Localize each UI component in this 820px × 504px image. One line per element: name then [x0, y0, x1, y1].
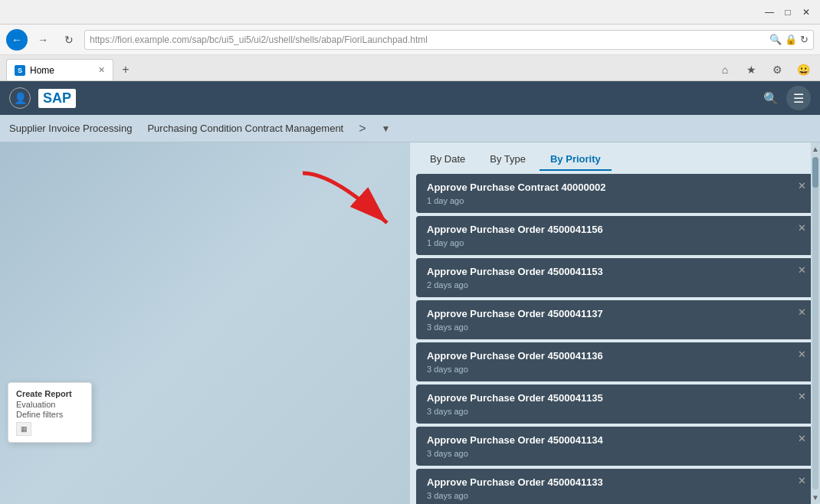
browser-bar: ← → ↻ https://fiori.example.com/sap/bc/u…: [0, 25, 820, 55]
left-area: Create Report Evaluation Define filters …: [0, 142, 410, 504]
task-time-5: 3 days ago: [427, 365, 803, 374]
maximize-button[interactable]: □: [780, 5, 795, 20]
scrollbar-thumb[interactable]: [812, 157, 818, 188]
task-time-6: 3 days ago: [427, 407, 803, 416]
scroll-down-arrow[interactable]: ▼: [809, 491, 820, 504]
task-close-8[interactable]: ✕: [798, 475, 806, 486]
task-title-2: Approve Purchase Order 4500041156: [427, 224, 803, 235]
task-title-7: Approve Purchase Order 4500041134: [427, 434, 803, 446]
address-text: https://fiori.example.com/sap/bc/ui5_ui5…: [90, 34, 766, 45]
search-icon: 🔍: [769, 34, 782, 45]
sap-menu-icon[interactable]: ☰: [786, 86, 811, 110]
task-close-1[interactable]: ✕: [798, 180, 806, 191]
task-item-1[interactable]: Approve Purchase Contract 40000002 1 day…: [416, 174, 814, 213]
popup-item-filters[interactable]: Define filters: [16, 410, 84, 419]
sap-header-left: 👤 SAP: [9, 87, 76, 109]
task-title-5: Approve Purchase Order 4500041136: [427, 350, 803, 362]
task-title-1: Approve Purchase Contract 40000002: [427, 182, 803, 193]
task-title-6: Approve Purchase Order 4500041135: [427, 392, 803, 404]
filter-tabs: By Date By Type By Priority: [410, 142, 820, 171]
tab-favicon: S: [15, 65, 25, 76]
new-tab-button[interactable]: +: [115, 59, 136, 80]
task-item-6[interactable]: Approve Purchase Order 4500041135 3 days…: [416, 385, 814, 424]
address-bar[interactable]: https://fiori.example.com/sap/bc/ui5_ui5…: [84, 30, 814, 50]
scrollbar-track[interactable]: [812, 157, 818, 489]
task-close-7[interactable]: ✕: [798, 433, 806, 444]
sap-search-icon[interactable]: 🔍: [763, 91, 779, 106]
task-time-8: 3 days ago: [427, 491, 803, 500]
task-close-2[interactable]: ✕: [798, 222, 806, 234]
tab-label: Home: [30, 65, 54, 76]
nav-item-purchasing[interactable]: Purchasing Condition Contract Management: [147, 123, 343, 134]
popup-chart-icon: ▦: [16, 422, 31, 436]
task-close-3[interactable]: ✕: [798, 264, 806, 276]
task-time-3: 2 days ago: [427, 280, 803, 290]
title-bar-controls: — □ ✕: [762, 5, 814, 20]
task-close-6[interactable]: ✕: [798, 391, 806, 402]
task-title-4: Approve Purchase Order 4500041137: [427, 308, 803, 319]
reload-icon: ↻: [800, 34, 809, 45]
minimize-button[interactable]: —: [762, 5, 777, 20]
back-button[interactable]: ←: [6, 29, 28, 51]
scroll-up-arrow[interactable]: ▲: [809, 142, 820, 155]
settings-button[interactable]: ⚙: [766, 59, 788, 80]
sap-header: 👤 SAP 🔍 ☰: [0, 81, 820, 115]
refresh-button[interactable]: ↻: [58, 29, 80, 51]
red-arrow: [287, 165, 379, 227]
favorites-button[interactable]: ★: [740, 59, 762, 80]
task-item-3[interactable]: Approve Purchase Order 4500041153 2 days…: [416, 258, 814, 297]
task-item-4[interactable]: Approve Purchase Order 4500041137 3 days…: [416, 300, 814, 339]
tab-bar: S Home ✕ + ⌂ ★ ⚙ 😀: [0, 55, 820, 81]
nav-bar: Supplier Invoice Processing Purchasing C…: [0, 115, 820, 142]
task-item-5[interactable]: Approve Purchase Order 4500041136 3 days…: [416, 342, 814, 381]
smiley-button[interactable]: 😀: [792, 59, 814, 80]
task-item-8[interactable]: Approve Purchase Order 4500041133 3 days…: [416, 469, 814, 504]
sap-header-right: 🔍 ☰: [763, 86, 811, 110]
task-time-7: 3 days ago: [427, 449, 803, 458]
nav-dropdown-button[interactable]: ▼: [382, 123, 391, 134]
tab-by-priority[interactable]: By Priority: [540, 149, 612, 171]
browser-tab-home[interactable]: S Home ✕: [6, 59, 113, 80]
task-time-2: 1 day ago: [427, 238, 803, 247]
sap-logo: SAP: [38, 89, 76, 108]
popup-card: Create Report Evaluation Define filters …: [8, 382, 92, 443]
scrollbar[interactable]: ▲ ▼: [811, 142, 820, 504]
nav-item-supplier[interactable]: Supplier Invoice Processing: [9, 123, 132, 134]
popup-title: Create Report: [16, 389, 84, 398]
task-time-1: 1 day ago: [427, 196, 803, 205]
forward-button[interactable]: →: [32, 29, 54, 51]
user-avatar[interactable]: 👤: [9, 87, 31, 109]
home-browser-button[interactable]: ⌂: [714, 59, 736, 80]
task-close-4[interactable]: ✕: [798, 306, 806, 318]
task-item-7[interactable]: Approve Purchase Order 4500041134 3 days…: [416, 427, 814, 466]
task-title-3: Approve Purchase Order 4500041153: [427, 266, 803, 277]
task-close-5[interactable]: ✕: [798, 349, 806, 360]
task-list: Approve Purchase Contract 40000002 1 day…: [410, 171, 820, 504]
lock-icon: 🔒: [785, 34, 797, 45]
tab-close-button[interactable]: ✕: [98, 65, 105, 75]
main-area: Create Report Evaluation Define filters …: [0, 142, 820, 504]
close-button[interactable]: ✕: [799, 5, 814, 20]
right-panel: By Date By Type By Priority Approve Purc…: [410, 142, 820, 504]
task-item-2[interactable]: Approve Purchase Order 4500041156 1 day …: [416, 216, 814, 255]
task-title-8: Approve Purchase Order 4500041133: [427, 476, 803, 488]
nav-more-button[interactable]: >: [359, 122, 366, 136]
title-bar: — □ ✕: [0, 0, 820, 25]
tab-by-date[interactable]: By Date: [419, 149, 476, 171]
task-time-4: 3 days ago: [427, 322, 803, 332]
popup-item-evaluation[interactable]: Evaluation: [16, 400, 84, 409]
tab-by-type[interactable]: By Type: [479, 149, 536, 171]
